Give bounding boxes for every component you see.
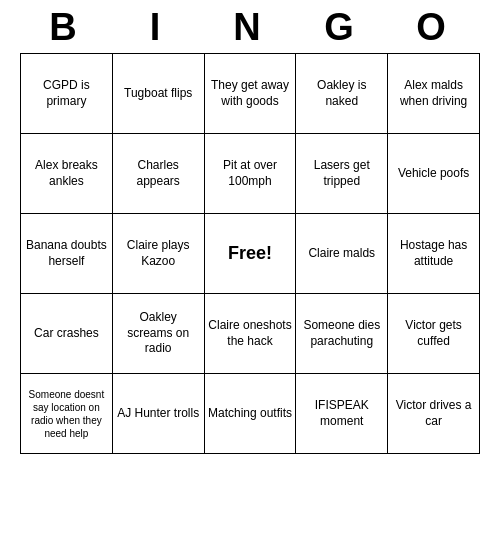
bingo-letter: O <box>404 6 464 49</box>
bingo-cell: Lasers get tripped <box>296 134 388 214</box>
bingo-letter: N <box>220 6 280 49</box>
bingo-cell: AJ Hunter trolls <box>113 374 205 454</box>
bingo-cell: Oakley screams on radio <box>113 294 205 374</box>
bingo-cell: Vehicle poofs <box>388 134 480 214</box>
bingo-cell: Car crashes <box>21 294 113 374</box>
bingo-grid: CGPD is primaryTugboat flipsThey get awa… <box>20 53 480 454</box>
bingo-cell: Claire malds <box>296 214 388 294</box>
bingo-cell: Claire plays Kazoo <box>113 214 205 294</box>
bingo-cell: Someone doesnt say location on radio whe… <box>21 374 113 454</box>
bingo-cell: Pit at over 100mph <box>205 134 297 214</box>
bingo-cell: Hostage has attitude <box>388 214 480 294</box>
bingo-cell: Charles appears <box>113 134 205 214</box>
bingo-cell: Alex breaks ankles <box>21 134 113 214</box>
bingo-letter: G <box>312 6 372 49</box>
bingo-cell: Victor drives a car <box>388 374 480 454</box>
bingo-cell: Matching outfits <box>205 374 297 454</box>
bingo-letter: I <box>128 6 188 49</box>
bingo-cell: Victor gets cuffed <box>388 294 480 374</box>
bingo-cell: CGPD is primary <box>21 54 113 134</box>
bingo-cell: Alex malds when driving <box>388 54 480 134</box>
bingo-cell: Tugboat flips <box>113 54 205 134</box>
bingo-cell: Claire oneshots the hack <box>205 294 297 374</box>
bingo-letter: B <box>36 6 96 49</box>
bingo-cell: Banana doubts herself <box>21 214 113 294</box>
bingo-title: BINGO <box>20 0 480 53</box>
bingo-cell: Oakley is naked <box>296 54 388 134</box>
free-cell: Free! <box>205 214 297 294</box>
bingo-cell: IFISPEAK moment <box>296 374 388 454</box>
bingo-cell: Someone dies parachuting <box>296 294 388 374</box>
bingo-cell: They get away with goods <box>205 54 297 134</box>
